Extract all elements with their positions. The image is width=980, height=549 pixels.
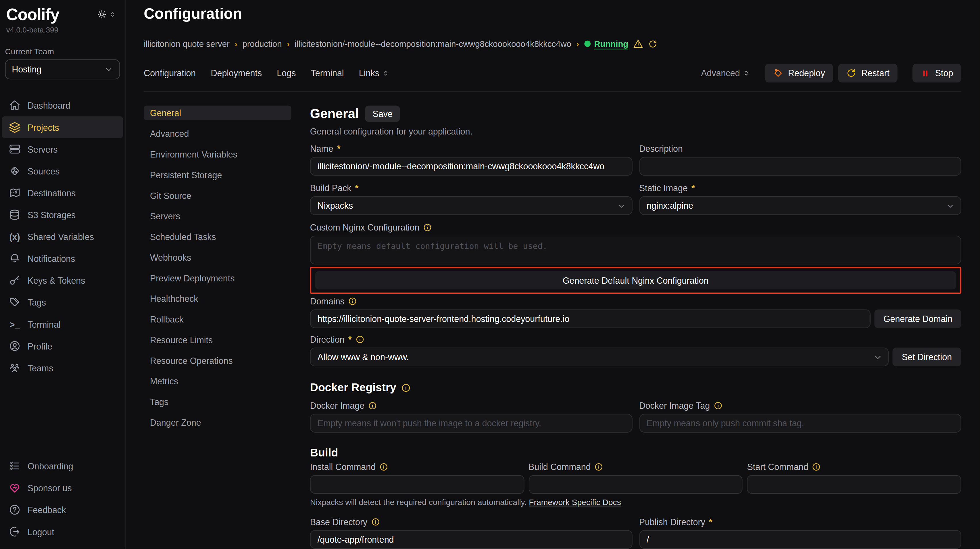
sidebar-item-shared-variables[interactable]: (x) Shared Variables	[2, 226, 123, 247]
required-marker: *	[348, 334, 352, 345]
build-pack-label-text: Build Pack	[310, 183, 352, 193]
base-directory-input[interactable]	[310, 530, 632, 549]
info-icon[interactable]	[401, 383, 411, 393]
sidebar-item-logout[interactable]: Logout	[2, 521, 123, 543]
sidebar-item-destinations[interactable]: Destinations	[2, 182, 123, 204]
tab-configuration[interactable]: Configuration	[144, 68, 196, 78]
tab-terminal[interactable]: Terminal	[311, 68, 344, 78]
docker-image-tag-input[interactable]	[639, 414, 961, 433]
breadcrumb-application[interactable]: illicitestonion/-module--decomposition:m…	[294, 39, 571, 49]
submenu-item-general[interactable]: General	[144, 106, 291, 120]
info-icon[interactable]	[423, 223, 432, 232]
build-command-input[interactable]	[528, 475, 743, 494]
sidebar-item-label: Profile	[28, 341, 52, 351]
team-select[interactable]: Hosting	[5, 59, 120, 80]
general-form: General Save General configuration for y…	[310, 106, 961, 549]
name-input[interactable]	[310, 157, 632, 176]
framework-docs-link[interactable]: Framework Specific Docs	[529, 498, 621, 507]
info-icon[interactable]	[371, 518, 380, 526]
submenu-item-resource-limits[interactable]: Resource Limits	[144, 333, 291, 347]
general-section-title: General	[310, 107, 359, 121]
sidebar-item-s3-storages[interactable]: S3 Storages	[2, 204, 123, 226]
sidebar-item-projects[interactable]: Projects	[2, 116, 123, 138]
status-running[interactable]: Running	[584, 39, 628, 49]
submenu-item-preview-deployments[interactable]: Preview Deployments	[144, 271, 291, 285]
sidebar-item-onboarding[interactable]: Onboarding	[2, 455, 123, 477]
theme-switcher[interactable]	[97, 10, 116, 19]
sidebar-item-profile[interactable]: Profile	[2, 335, 123, 357]
publish-directory-input[interactable]	[639, 530, 961, 549]
submenu-item-advanced[interactable]: Advanced	[144, 126, 291, 140]
generate-nginx-config-button[interactable]: Generate Default Nginx Configuration	[315, 271, 956, 290]
tab-deployments[interactable]: Deployments	[211, 68, 262, 78]
sidebar-item-sources[interactable]: Sources	[2, 160, 123, 182]
direction-select[interactable]: Allow www & non-www.	[310, 347, 889, 366]
stop-button[interactable]: Stop	[912, 64, 961, 83]
domains-input[interactable]	[310, 310, 871, 328]
warning-triangle-icon[interactable]	[633, 39, 643, 49]
docker-registry-heading-text: Docker Registry	[310, 382, 396, 395]
submenu-item-metrics[interactable]: Metrics	[144, 374, 291, 388]
required-marker: *	[355, 183, 359, 193]
status-label: Running	[594, 39, 628, 49]
sidebar-item-feedback[interactable]: Feedback	[2, 499, 123, 520]
sidebar-item-sponsor-us[interactable]: Sponsor us	[2, 477, 123, 499]
sidebar-item-teams[interactable]: Teams	[2, 357, 123, 379]
generate-domain-button[interactable]: Generate Domain	[875, 310, 961, 328]
sidebar-item-label: Teams	[28, 363, 54, 373]
info-icon[interactable]	[368, 401, 377, 410]
info-icon[interactable]	[714, 401, 722, 410]
base-directory-label: Base Directory	[310, 517, 632, 527]
breadcrumb-environment[interactable]: production	[242, 39, 282, 49]
sidebar-item-label: Keys & Tokens	[28, 275, 85, 285]
sidebar-item-label: Notifications	[28, 253, 75, 264]
redeploy-button[interactable]: Redeploy	[765, 64, 833, 83]
key-icon	[9, 275, 21, 286]
refresh-icon[interactable]	[648, 39, 658, 49]
info-icon[interactable]	[812, 463, 821, 471]
submenu-item-tags[interactable]: Tags	[144, 395, 291, 409]
tab-links[interactable]: Links	[359, 68, 390, 78]
submenu-item-resource-operations[interactable]: Resource Operations	[144, 353, 291, 368]
docker-image-input[interactable]	[310, 414, 632, 433]
build-pack-select[interactable]: Nixpacks	[310, 196, 632, 215]
sidebar-item-tags[interactable]: Tags	[2, 291, 123, 313]
submenu-item-rollback[interactable]: Rollback	[144, 312, 291, 326]
chevrons-up-down-icon	[382, 70, 390, 77]
sidebar-item-terminal[interactable]: >_ Terminal	[2, 313, 123, 335]
sidebar-item-dashboard[interactable]: Dashboard	[2, 94, 123, 116]
start-command-input[interactable]	[747, 475, 961, 494]
description-input[interactable]	[639, 157, 961, 176]
breadcrumb-project[interactable]: illicitonion quote server	[144, 39, 230, 49]
name-label: Name *	[310, 144, 632, 154]
tab-logs[interactable]: Logs	[277, 68, 296, 78]
submenu-item-environment-variables[interactable]: Environment Variables	[144, 147, 291, 161]
submenu-item-git-source[interactable]: Git Source	[144, 188, 291, 203]
sidebar-item-label: Terminal	[28, 319, 60, 329]
info-icon[interactable]	[348, 297, 357, 306]
static-image-select[interactable]: nginx:alpine	[639, 196, 961, 215]
sidebar-item-notifications[interactable]: Notifications	[2, 247, 123, 269]
sidebar-item-keys-tokens[interactable]: Keys & Tokens	[2, 269, 123, 291]
info-icon[interactable]	[379, 463, 388, 471]
info-icon[interactable]	[595, 463, 603, 471]
docker-image-tag-field-group: Docker Image Tag	[639, 395, 961, 433]
submenu-item-servers[interactable]: Servers	[144, 209, 291, 223]
submenu-item-danger-zone[interactable]: Danger Zone	[144, 415, 291, 430]
restart-button[interactable]: Restart	[838, 64, 897, 83]
save-button[interactable]: Save	[365, 106, 400, 122]
sidebar-item-servers[interactable]: Servers	[2, 138, 123, 160]
info-icon[interactable]	[355, 335, 364, 344]
direction-label-text: Direction	[310, 334, 345, 345]
submenu-item-scheduled-tasks[interactable]: Scheduled Tasks	[144, 229, 291, 244]
set-direction-button[interactable]: Set Direction	[892, 347, 961, 366]
submenu-item-persistent-storage[interactable]: Persistent Storage	[144, 167, 291, 182]
nginx-config-textarea[interactable]	[310, 236, 961, 264]
sidebar-nav: Dashboard Projects Servers Sources Desti…	[0, 94, 125, 379]
advanced-dropdown[interactable]: Advanced	[701, 68, 750, 78]
build-pack-field-group: Build Pack * Nixpacks	[310, 176, 632, 215]
name-field-group: Name *	[310, 136, 632, 176]
submenu-item-webhooks[interactable]: Webhooks	[144, 250, 291, 264]
install-command-input[interactable]	[310, 475, 524, 494]
submenu-item-healthcheck[interactable]: Healthcheck	[144, 291, 291, 306]
